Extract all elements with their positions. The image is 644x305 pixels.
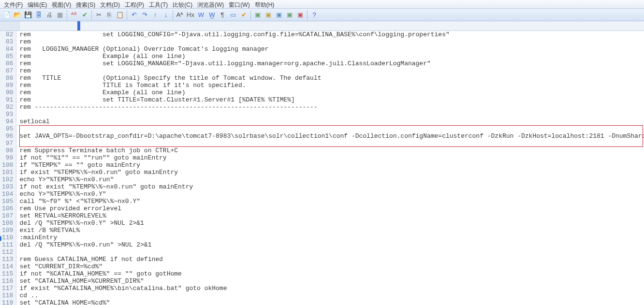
menu-compare[interactable]: 比较(C)	[172, 1, 193, 7]
code-editor[interactable]: 8283848586878889909192939495969798991001…	[0, 31, 644, 305]
code-line[interactable]: rem TITLE (Optional) Specify the title o…	[19, 74, 644, 82]
check-icon[interactable]: ✔	[80, 10, 89, 20]
line-number: 116	[2, 277, 13, 285]
new-file-icon[interactable]: 📄	[2, 10, 12, 20]
zebra-icon[interactable]: ▦	[55, 10, 65, 20]
code-line[interactable]: setlocal	[19, 118, 644, 125]
show-all-chars-icon[interactable]: ¶	[218, 10, 227, 20]
validate-icon[interactable]: ✔	[239, 10, 249, 20]
code-line[interactable]: del /Q "%TEMP%\%~nx0.Y" >NUL 2>&1	[19, 219, 644, 227]
word-wrap2-icon[interactable]: W̲	[207, 10, 217, 20]
line-number: 109	[2, 227, 13, 234]
line-number: 89	[2, 82, 13, 89]
menu-search[interactable]: 搜索(S)	[75, 1, 96, 7]
word-wrap-icon[interactable]: W	[196, 10, 206, 20]
code-line[interactable]: rem Example (all one line)	[19, 89, 644, 96]
line-number: 83	[2, 38, 13, 45]
menu-help[interactable]: 帮助(H)	[254, 1, 276, 7]
sort-desc-icon[interactable]: ↓	[161, 10, 171, 20]
line-number: 82	[2, 31, 13, 38]
code-line[interactable]: rem LOGGING_MANAGER (Optional) Override …	[19, 45, 644, 53]
code-line[interactable]: rem set TITLE=Tomcat.Cluster#1.Server#1 …	[19, 96, 644, 103]
code-line[interactable]: rem set LOGGING_MANAGER="-Djava.util.log…	[19, 60, 644, 67]
line-number: 107	[2, 212, 13, 219]
print-icon[interactable]: 🖨	[44, 10, 54, 20]
line-number: 118	[2, 292, 13, 299]
line-number: 88	[2, 74, 13, 82]
code-line[interactable]: cd ..	[19, 292, 644, 299]
code-line[interactable]	[19, 248, 644, 256]
menu-bar: 文件(F) 编辑(E) 视图(V) 搜索(S) 文档(D) 工程(P) 工具(T…	[0, 0, 644, 9]
panel4-icon[interactable]: ▣	[285, 10, 294, 20]
code-line[interactable]: :mainEntry	[19, 234, 644, 241]
block-select-icon[interactable]: ▭	[228, 10, 238, 20]
code-line[interactable]: if "%TEMP%" == "" goto mainEntry	[19, 161, 644, 169]
code-line[interactable]: rem	[19, 67, 644, 74]
line-number: 119	[2, 299, 13, 305]
line-number: 96	[2, 132, 13, 140]
menu-file[interactable]: 文件(F)	[3, 1, 24, 7]
code-line[interactable]: echo Y>"%TEMP%\%~nx0.Y"	[19, 190, 644, 198]
code-line[interactable]: if not ""%1"" == ""run"" goto mainEntry	[19, 154, 644, 161]
code-line[interactable]: rem ------------------------------------…	[19, 103, 644, 111]
menu-browse[interactable]: 浏览器(W)	[196, 1, 225, 7]
line-number: 108	[2, 219, 13, 227]
menu-view[interactable]: 视图(V)	[51, 1, 72, 7]
line-number: 95	[2, 125, 13, 132]
line-number: 111	[2, 241, 13, 248]
undo-icon[interactable]: ↶	[129, 10, 139, 20]
panel5-icon[interactable]: ▣	[295, 10, 305, 20]
line-number: 98	[2, 147, 13, 154]
menu-tools[interactable]: 工具(T)	[148, 1, 169, 7]
cut-icon[interactable]: ✂	[94, 10, 103, 20]
menu-edit[interactable]: 编辑(E)	[27, 1, 48, 7]
save-all-icon[interactable]: 🗄	[34, 10, 44, 20]
sort-asc-icon[interactable]: ↑	[150, 10, 160, 20]
spellcheck-icon[interactable]: ᴬᴮ	[69, 10, 79, 20]
panel1-icon[interactable]: ▣	[253, 10, 263, 20]
code-line[interactable]	[19, 125, 644, 132]
toolbar-separator	[91, 10, 92, 20]
line-number: 87	[2, 67, 13, 74]
copy-icon[interactable]: ⎘	[104, 10, 114, 20]
hex-icon[interactable]: Hx	[186, 10, 195, 20]
code-line[interactable]: rem	[19, 38, 644, 45]
code-line[interactable]: if not exist "%TEMP%\%~nx0.run" goto mai…	[19, 183, 644, 190]
code-line[interactable]: rem Suppress Terminate batch job on CTRL…	[19, 147, 644, 154]
code-line[interactable]: rem TITLE is Tomcat if it's not specifie…	[19, 82, 644, 89]
code-line[interactable]: if not "%CATALINA_HOME%" == "" goto gotH…	[19, 270, 644, 277]
code-line[interactable]: set "CURRENT_DIR=%cd%"	[19, 263, 644, 270]
code-line[interactable]: echo Y>"%TEMP%\%~nx0.run"	[19, 176, 644, 183]
code-line[interactable]: rem Use provided errorlevel	[19, 205, 644, 212]
code-line[interactable]	[19, 111, 644, 118]
menu-document[interactable]: 文档(D)	[99, 1, 121, 7]
panel2-icon[interactable]: ▣	[263, 10, 273, 20]
code-line[interactable]: set RETVAL=%ERRORLEVEL%	[19, 212, 644, 219]
code-line[interactable]: call "%~f0" %* <"%TEMP%\%~nx0.Y"	[19, 198, 644, 205]
code-line[interactable]: set "CATALINA_HOME=%CURRENT_DIR%"	[19, 277, 644, 285]
code-line[interactable]: if exist "%CATALINA_HOME%\bin\catalina.b…	[19, 285, 644, 292]
code-line[interactable]: del /Q "%TEMP%\%~nx0.run" >NUL 2>&1	[19, 241, 644, 248]
line-number: 114	[2, 263, 13, 270]
code-area[interactable]: rem set LOGGING_CONFIG="-Djava.util.logg…	[16, 31, 644, 305]
paste-icon[interactable]: 📋	[115, 10, 125, 20]
line-number: 97	[2, 140, 13, 147]
code-line-highlighted[interactable]: set JAVA_OPTS=-Dbootstrap_confdir=D:\apa…	[19, 132, 644, 140]
code-line[interactable]: set "CATALINA_HOME=%cd%"	[19, 299, 644, 305]
code-line[interactable]: exit /B %RETVAL%	[19, 227, 644, 234]
ruler-gutter	[0, 21, 19, 31]
open-file-icon[interactable]: 📂	[13, 10, 22, 20]
line-number: 115	[2, 270, 13, 277]
code-line[interactable]: rem Guess CATALINA_HOME if not defined	[19, 256, 644, 263]
font-size-icon[interactable]: Aᴬ	[175, 10, 185, 20]
code-line[interactable]: rem set LOGGING_CONFIG="-Djava.util.logg…	[19, 31, 644, 38]
menu-project[interactable]: 工程(P)	[124, 1, 145, 7]
save-icon[interactable]: 💾	[23, 10, 33, 20]
redo-icon[interactable]: ↷	[140, 10, 149, 20]
code-line[interactable]: rem Example (all one line)	[19, 53, 644, 60]
code-line[interactable]: if exist "%TEMP%\%~nx0.run" goto mainEnt…	[19, 169, 644, 176]
panel3-icon[interactable]: ▣	[274, 10, 284, 20]
help-icon[interactable]: ?	[309, 10, 319, 20]
code-line[interactable]	[19, 140, 644, 147]
menu-window[interactable]: 窗口(W)	[228, 1, 250, 7]
